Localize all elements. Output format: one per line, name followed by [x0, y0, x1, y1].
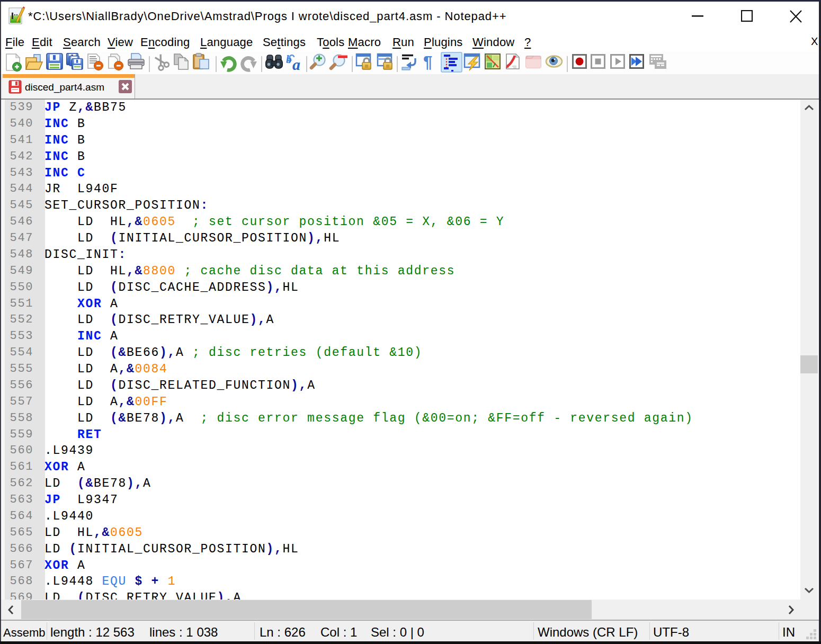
svg-text:b: b	[286, 53, 292, 66]
svg-text:¶: ¶	[423, 53, 432, 71]
